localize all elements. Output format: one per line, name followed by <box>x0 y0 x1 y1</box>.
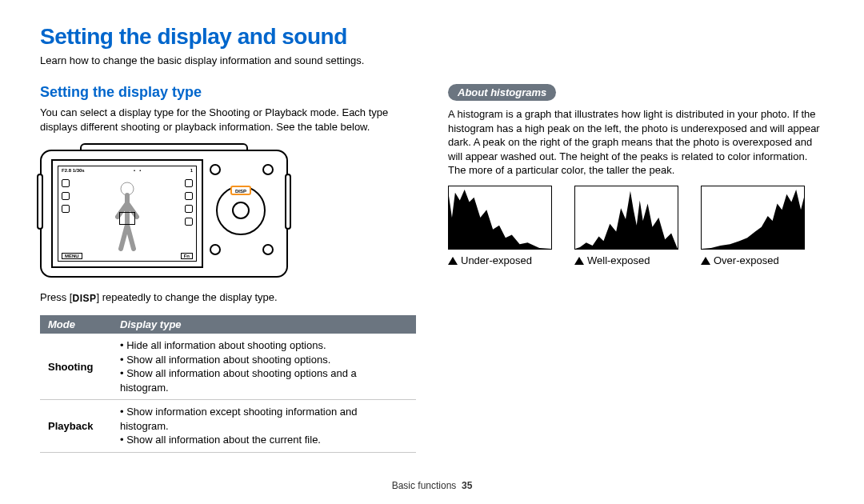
histogram-label: Well-exposed <box>587 254 650 266</box>
screen-icon <box>185 179 193 187</box>
screen-topright: 1 <box>190 168 193 173</box>
about-histograms-pill: About histograms <box>448 84 556 101</box>
screen-icon <box>62 205 70 213</box>
screen-menu-label: MENU <box>62 253 82 259</box>
camera-button-icon <box>210 164 221 175</box>
disp-badge: DISP <box>72 293 96 304</box>
screen-icon <box>185 205 193 213</box>
screen-fn-label: Fn <box>181 253 193 259</box>
triangle-icon <box>574 257 584 265</box>
histogram-label: Over-exposed <box>714 254 779 266</box>
page-number: 35 <box>462 480 472 491</box>
list-item: Show information except shooting informa… <box>120 405 408 433</box>
camera-button-icon <box>210 244 221 255</box>
left-column: Setting the display type You can select … <box>40 84 416 453</box>
camera-illustration: F2.8 1/30s • • 1 <box>40 142 288 282</box>
camera-button-icon <box>262 164 274 175</box>
table-head-mode: Mode <box>40 315 112 334</box>
table-head-type: Display type <box>112 315 416 334</box>
list-item: Hide all information about shooting opti… <box>120 338 408 353</box>
triangle-icon <box>701 257 710 265</box>
list-item: Show all information about shooting opti… <box>120 353 408 367</box>
screen-icon <box>62 192 70 200</box>
list-item: Show all information about the current f… <box>120 433 408 447</box>
display-type-intro: You can select a display type for the Sh… <box>40 106 416 134</box>
table-mode-cell: Playback <box>40 405 112 447</box>
camera-button-icon <box>262 244 274 255</box>
histogram-graph-icon <box>574 186 678 250</box>
right-column: About histograms A histogram is a graph … <box>448 84 824 453</box>
section-heading-display-type: Setting the display type <box>40 84 416 101</box>
page-subtitle: Learn how to change the basic display in… <box>40 54 824 66</box>
histogram-graph-icon <box>448 186 552 250</box>
histogram-label: Under-exposed <box>461 254 532 266</box>
histogram-over-exposed: Over-exposed <box>701 186 805 266</box>
screen-icon <box>185 218 193 226</box>
histogram-graph-icon <box>701 186 805 250</box>
display-type-table: Mode Display type Shooting Hide all info… <box>40 315 416 453</box>
table-header: Mode Display type <box>40 315 416 334</box>
screen-icon <box>185 192 193 200</box>
disp-button-highlight: DISP <box>230 186 251 195</box>
footer-section: Basic functions <box>392 480 457 491</box>
screen-icon <box>62 179 70 187</box>
list-item: Show all information about shooting opti… <box>120 366 408 394</box>
table-mode-cell: Shooting <box>40 338 112 394</box>
table-row: Playback Show information except shootin… <box>40 400 416 453</box>
page-footer: Basic functions 35 <box>0 480 864 491</box>
screen-exposure: F2.8 1/30s <box>62 168 85 173</box>
page-title: Setting the display and sound <box>40 24 824 50</box>
histogram-under-exposed: Under-exposed <box>448 186 552 266</box>
histogram-body: A histogram is a graph that illustrates … <box>448 107 824 178</box>
triangle-icon <box>448 257 458 265</box>
camera-dpad-icon: DISP <box>216 186 266 235</box>
focus-frame-icon <box>119 212 135 225</box>
table-row: Shooting Hide all information about shoo… <box>40 334 416 400</box>
histogram-well-exposed: Well-exposed <box>574 186 678 266</box>
press-instruction: Press [DISP] repeatedly to change the di… <box>40 291 416 304</box>
